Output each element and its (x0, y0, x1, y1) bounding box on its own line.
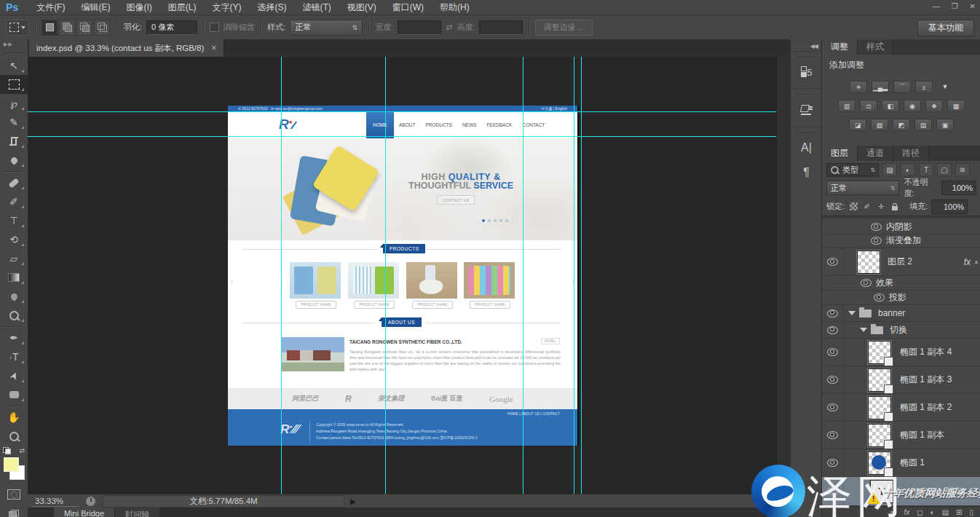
scroll-up-icon[interactable]: ▲ (973, 258, 979, 265)
swap-colors-icon[interactable]: ⇄ (19, 447, 25, 454)
visibility-eye-icon[interactable] (871, 237, 882, 245)
properties-panel-icon[interactable] (791, 98, 822, 122)
layer-row[interactable]: 椭圆 1 副本 (822, 422, 980, 449)
dock-grip[interactable] (795, 55, 818, 58)
layer-thumbnail[interactable] (868, 424, 891, 447)
tab-styles[interactable]: 样式 (858, 39, 893, 55)
width-input[interactable] (398, 20, 441, 35)
layer-row-selected[interactable]: T contact us 副本 (822, 477, 980, 505)
antialias-checkbox[interactable] (210, 23, 219, 32)
move-tool[interactable]: ↖ (0, 56, 28, 75)
expand-triangle-icon[interactable] (860, 328, 867, 332)
tab-close-icon[interactable]: × (211, 43, 216, 53)
layer-effects-header-row[interactable]: 效果 (822, 276, 980, 291)
layer-effect-row[interactable]: 内阴影 (822, 220, 980, 234)
delete-layer-icon[interactable]: ▯ (969, 508, 973, 516)
guide-vertical[interactable] (385, 57, 386, 494)
tab-timeline[interactable]: 时间轴 (115, 508, 160, 517)
threshold-icon[interactable]: ◩ (893, 119, 910, 131)
tool-preset-picker[interactable] (6, 20, 29, 36)
visibility-eye-icon[interactable] (827, 431, 838, 439)
visibility-eye-icon[interactable] (827, 258, 838, 266)
pen-tool[interactable]: ✒ (0, 328, 28, 347)
tools-grip[interactable] (4, 51, 23, 55)
layer-group-row[interactable]: banner (822, 305, 980, 322)
invert-icon[interactable]: ◪ (849, 119, 866, 131)
selection-add-button[interactable] (59, 20, 75, 36)
fx-badge[interactable]: fx (964, 257, 971, 267)
visibility-eye-icon[interactable] (874, 293, 885, 301)
zoom-tool[interactable] (0, 427, 28, 446)
restore-button[interactable]: ❐ (952, 0, 958, 13)
history-panel-icon[interactable]: 5 (791, 60, 822, 84)
channel-mixer-icon[interactable]: ❖ (925, 100, 943, 112)
selection-new-button[interactable] (42, 20, 58, 36)
menu-image[interactable]: 图像(I) (118, 0, 159, 15)
curves-icon[interactable]: ⌒ (893, 81, 911, 93)
default-colors-icon[interactable] (3, 447, 11, 454)
canvas-area[interactable]: ✆ 0512-82707615 ✉ sara.wu@rongwengroup.c… (28, 57, 790, 494)
menu-layer[interactable]: 图层(L) (160, 0, 205, 15)
feather-input[interactable]: 0 像素 (146, 20, 197, 35)
hand-tool[interactable]: ✋ (0, 408, 28, 427)
eraser-tool[interactable]: ▱ (0, 249, 28, 268)
status-arrow-icon[interactable]: ▶ (350, 497, 356, 505)
layer-group-row[interactable]: 切换 (822, 322, 980, 339)
lock-transparency-icon[interactable] (848, 202, 858, 212)
guide-vertical[interactable] (281, 57, 282, 494)
menu-help[interactable]: 帮助(H) (432, 0, 478, 15)
blur-tool[interactable] (0, 287, 28, 306)
blend-mode-select[interactable]: 正常 ⇅ (826, 181, 899, 195)
gradient-tool[interactable] (0, 268, 28, 287)
filter-smart-objects-icon[interactable]: ⧈ (955, 163, 970, 176)
black-white-icon[interactable]: ◧ (882, 100, 899, 112)
tab-layers[interactable]: 图层 (822, 146, 858, 161)
posterize-icon[interactable]: ▨ (871, 119, 888, 131)
link-layers-icon[interactable]: ⚯ (890, 508, 896, 516)
minimize-button[interactable]: — (933, 0, 940, 13)
selection-intersect-button[interactable] (94, 20, 110, 36)
expand-triangle-icon[interactable] (848, 311, 855, 315)
text-layer-thumbnail[interactable]: T (870, 480, 893, 503)
guide-vertical[interactable] (581, 57, 582, 494)
menu-file[interactable]: 文件(F) (28, 0, 73, 15)
visibility-eye-icon[interactable] (827, 348, 838, 356)
layer-thumbnail[interactable] (868, 396, 891, 419)
history-brush-tool[interactable]: ⟲ (0, 230, 28, 249)
zoom-level-field[interactable]: 33.33% (32, 496, 79, 507)
visibility-eye-icon[interactable] (871, 223, 882, 231)
fill-input[interactable]: 100% (931, 200, 968, 214)
document-tab[interactable]: index.psd @ 33.3% (contact us 副本, RGB/8)… (29, 39, 224, 57)
layer-row[interactable]: 椭圆 1 副本 3 (822, 366, 980, 394)
visibility-eye-icon[interactable] (827, 403, 838, 411)
new-layer-icon[interactable]: ⊞ (956, 508, 962, 516)
color-lookup-icon[interactable]: ▦ (947, 100, 965, 112)
height-input[interactable] (479, 20, 523, 35)
quick-selection-tool[interactable]: ✎ (0, 113, 28, 132)
gradient-map-icon[interactable]: ▤ (914, 119, 932, 131)
new-adjustment-icon[interactable]: ◐ (930, 508, 935, 516)
tab-paths[interactable]: 路径 (893, 146, 929, 161)
guide-vertical[interactable] (523, 57, 523, 494)
layer-thumbnail[interactable] (868, 341, 891, 364)
layer-row[interactable]: 图层 2 fx ▲ (822, 248, 980, 276)
lock-position-icon[interactable]: ✛ (876, 202, 886, 212)
close-button[interactable]: ✕ (970, 0, 976, 13)
filter-adjustment-layers-icon[interactable]: ◐ (901, 163, 915, 176)
guide-horizontal[interactable] (28, 136, 776, 137)
color-balance-icon[interactable]: ⚖ (860, 100, 877, 112)
tab-channels[interactable]: 通道 (858, 146, 893, 161)
menu-select[interactable]: 选择(S) (249, 0, 294, 15)
hue-saturation-icon[interactable]: ▥ (838, 100, 855, 112)
layer-thumbnail[interactable] (857, 250, 880, 274)
filter-shape-layers-icon[interactable]: ▢ (937, 163, 952, 176)
layer-thumbnail[interactable] (868, 451, 891, 475)
exposure-icon[interactable]: ± (915, 81, 933, 93)
menu-view[interactable]: 视图(V) (339, 0, 384, 15)
layer-row[interactable]: 椭圆 1 (822, 449, 980, 477)
screen-mode-button[interactable] (0, 504, 28, 517)
levels-icon[interactable]: ▁▄▂ (872, 81, 889, 93)
menu-window[interactable]: 窗口(W) (384, 0, 432, 15)
character-panel-icon[interactable]: A| (791, 135, 822, 160)
selection-subtract-button[interactable] (76, 20, 92, 36)
